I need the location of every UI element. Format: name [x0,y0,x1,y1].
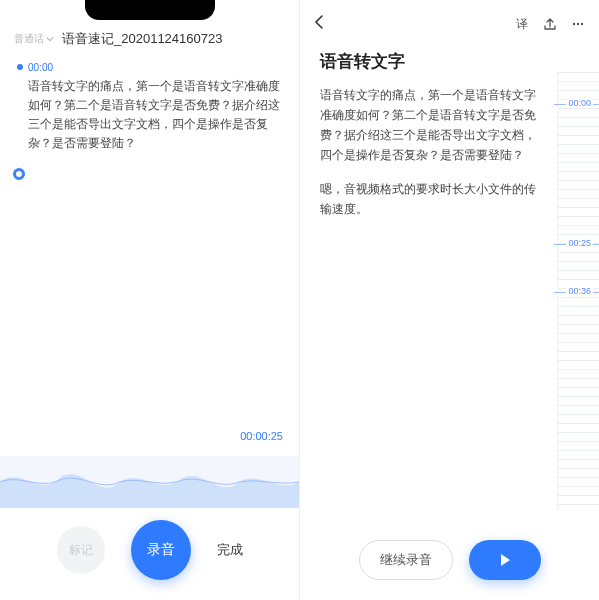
back-button[interactable] [312,14,328,34]
play-icon [497,552,513,568]
translate-button[interactable]: 译 [513,15,531,33]
record-button[interactable]: 录音 [131,520,191,580]
share-button[interactable] [541,15,559,33]
language-selector[interactable]: 普通话 [14,32,54,46]
ruler-mark: 00:36 [566,286,593,296]
device-notch [85,0,215,20]
transcript-timeline: 00:00 语音转文字的痛点，第一个是语音转文字准确度如何？第二个是语音转文字是… [0,58,299,153]
mark-label: 标记 [69,542,93,559]
waveform[interactable] [0,456,299,508]
right-toolbar: 继续录音 [300,540,599,580]
left-header: 普通话 语音速记_20201124160723 [0,22,299,58]
paragraph: 语音转文字的痛点，第一个是语音转文字准确度如何？第二个是语音转文字是否免费？据介… [320,85,545,165]
more-icon [571,17,585,31]
done-label: 完成 [217,542,243,557]
timeline-current-icon [13,168,25,180]
ruler-mark: 00:25 [566,238,593,248]
time-ruler[interactable]: 00:00 00:25 00:36 [557,72,599,510]
timeline-dot-icon [17,64,23,70]
segment-timestamp: 00:00 [28,62,281,73]
svg-point-0 [573,23,575,25]
left-toolbar: 标记 录音 完成 [0,520,299,580]
share-icon [543,17,557,31]
language-label: 普通话 [14,32,44,46]
segment-text: 语音转文字的痛点，第一个是语音转文字准确度如何？第二个是语音转文字是否免费？据介… [28,77,281,153]
done-button[interactable]: 完成 [217,541,243,559]
paragraph: 嗯，音视频格式的要求时长大小文件的传输速度。 [320,179,545,219]
transcript-screen: 译 语音转文字 语音转文字的痛点，第一个是语音转文字准确度如何？第二个是语音转文… [300,0,599,600]
status-bar [0,0,299,22]
page-title: 语音转文字 [300,42,599,85]
ruler-mark: 00:00 [566,98,593,108]
right-header: 译 [300,0,599,42]
recording-screen: 普通话 语音速记_20201124160723 00:00 语音转文字的痛点，第… [0,0,300,600]
record-label: 录音 [147,541,175,559]
continue-record-button[interactable]: 继续录音 [359,540,453,580]
waveform-icon [0,456,299,508]
note-title: 语音速记_20201124160723 [62,30,222,48]
chevron-down-icon [46,35,54,43]
mark-button[interactable]: 标记 [57,526,105,574]
play-button[interactable] [469,540,541,580]
continue-label: 继续录音 [380,551,432,569]
chevron-left-icon [312,14,328,30]
transcript-body: 语音转文字的痛点，第一个是语音转文字准确度如何？第二个是语音转文字是否免费？据介… [300,85,599,219]
svg-point-1 [577,23,579,25]
svg-point-2 [581,23,583,25]
translate-label: 译 [516,16,528,33]
elapsed-time: 00:00:25 [240,430,283,442]
more-button[interactable] [569,15,587,33]
